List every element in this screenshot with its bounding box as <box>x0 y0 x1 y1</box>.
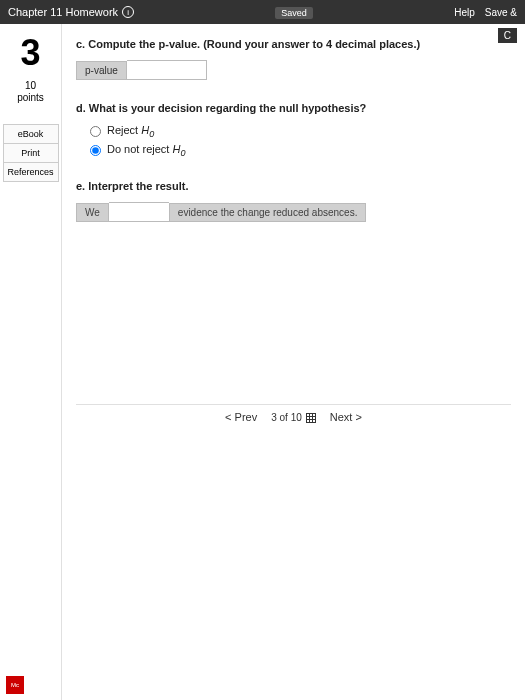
points-label: points <box>17 92 44 103</box>
saved-badge: Saved <box>275 7 313 19</box>
points: 10 points <box>17 80 44 104</box>
left-column: 3 10 points eBook Print References <box>0 24 62 700</box>
interpret-cell-tail: evidence the change reduced absences. <box>169 203 367 222</box>
help-link[interactable]: Help <box>454 7 475 18</box>
top-bar: Chapter 11 Homework i Saved Help Save & <box>0 0 525 24</box>
footer-nav: < Prev 3 of 10 Next > <box>76 404 511 429</box>
section-d-label: d. What is your decision regarding the n… <box>76 102 511 114</box>
interpret-input[interactable] <box>109 202 169 222</box>
radio-reject-input[interactable] <box>90 126 101 137</box>
section-c-label: c. Compute the p-value. (Round your answ… <box>76 38 511 50</box>
side-buttons: eBook Print References <box>3 118 59 182</box>
pvalue-row: p-value <box>76 60 511 80</box>
section-e: e. Interpret the result. We evidence the… <box>76 180 511 222</box>
radio-reject-label: Reject H0 <box>107 124 154 139</box>
prev-button[interactable]: < Prev <box>225 411 257 423</box>
spacer <box>76 244 511 404</box>
section-e-label: e. Interpret the result. <box>76 180 511 192</box>
nav-position: 3 of 10 <box>271 412 316 423</box>
save-link[interactable]: Save & <box>485 7 517 18</box>
publisher-logo: Mc <box>6 676 24 694</box>
references-button[interactable]: References <box>3 163 59 182</box>
radio-do-not-reject-label: Do not reject H0 <box>107 143 185 158</box>
points-value: 10 <box>25 80 36 91</box>
topbar-right: Help Save & <box>454 7 517 18</box>
interpret-row: We evidence the change reduced absences. <box>76 202 511 222</box>
main: 3 10 points eBook Print References C c. … <box>0 24 525 700</box>
section-d: d. What is your decision regarding the n… <box>76 102 511 158</box>
content: C c. Compute the p-value. (Round your an… <box>62 24 525 700</box>
pvalue-input[interactable] <box>127 60 207 80</box>
print-button[interactable]: Print <box>3 144 59 163</box>
radio-do-not-reject[interactable]: Do not reject H0 <box>90 143 511 158</box>
radio-do-not-reject-input[interactable] <box>90 145 101 156</box>
next-button[interactable]: Next > <box>330 411 362 423</box>
grid-icon[interactable] <box>306 413 316 423</box>
assignment-title: Chapter 11 Homework <box>8 6 118 18</box>
radio-reject[interactable]: Reject H0 <box>90 124 511 139</box>
check-button[interactable]: C <box>498 28 517 43</box>
question-number: 3 <box>20 32 40 74</box>
info-icon[interactable]: i <box>122 6 134 18</box>
topbar-center: Saved <box>134 6 454 18</box>
ebook-button[interactable]: eBook <box>3 124 59 144</box>
interpret-cell-we: We <box>76 203 109 222</box>
pvalue-label: p-value <box>76 61 127 80</box>
section-c: c. Compute the p-value. (Round your answ… <box>76 38 511 80</box>
